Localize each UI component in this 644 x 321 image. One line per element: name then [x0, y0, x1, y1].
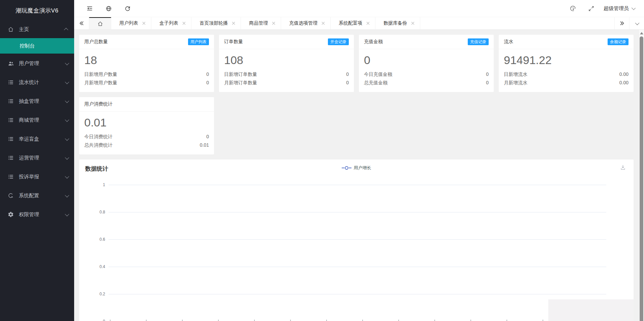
site-home-button[interactable]: [99, 0, 118, 17]
tab-box-list[interactable]: 盒子列表: [151, 17, 191, 29]
collapse-sidebar-button[interactable]: [80, 0, 99, 17]
stat-row-label: 月新增流水: [504, 79, 527, 87]
tab-label: 首页顶部轮播: [200, 20, 228, 26]
card-title: 充值金额: [364, 39, 383, 45]
gear-icon: [7, 211, 14, 218]
sidebar-item-lucky-box[interactable]: 幸运盲盒: [0, 129, 74, 148]
user-menu[interactable]: 超级管理员: [600, 0, 636, 17]
theme-button[interactable]: [564, 0, 582, 17]
card-title: 用户消费统计: [84, 101, 113, 107]
sidebar-item-label: 商城管理: [19, 117, 65, 123]
y-axis-tick: 0.6: [99, 237, 105, 242]
stat-value: 18: [84, 53, 209, 67]
tab-db-backup[interactable]: 数据库备份: [375, 17, 420, 29]
refresh-button[interactable]: [118, 0, 137, 17]
sidebar-item-system-config[interactable]: 系统配置: [0, 186, 74, 205]
chevron-down-icon: [65, 61, 69, 65]
stat-row-label: 今日充值金额: [364, 70, 392, 79]
sidebar-item-console[interactable]: 控制台: [0, 38, 74, 54]
stat-row-value: 0: [486, 79, 489, 87]
stat-row-label: 日新增用户数量: [84, 70, 117, 79]
tab-home[interactable]: [89, 17, 111, 29]
globe-icon: [105, 5, 112, 12]
tab-product-mgmt[interactable]: 商品管理: [241, 17, 281, 29]
card-title: 流水: [504, 39, 513, 45]
tab-label: 数据库备份: [384, 20, 407, 26]
stat-row-label: 日新增流水: [504, 70, 527, 79]
sidebar-item-user-mgmt[interactable]: 用户管理: [0, 54, 74, 73]
home-icon: [7, 26, 14, 33]
close-icon[interactable]: [411, 22, 415, 25]
card-badge-link[interactable]: 余额记录: [608, 38, 628, 45]
stat-value: 0: [364, 53, 489, 67]
save-image-button[interactable]: [620, 164, 626, 171]
stat-row-value: 0: [206, 133, 209, 141]
sidebar-item-box-mgmt[interactable]: 抽盒管理: [0, 92, 74, 111]
close-icon[interactable]: [182, 22, 186, 25]
y-axis-tick: 0.2: [99, 292, 105, 296]
card-title: 用户总数量: [84, 39, 108, 45]
home-icon: [97, 21, 103, 27]
stat-value: 108: [224, 53, 349, 67]
tab-bar-spacer: [420, 17, 614, 29]
chevron-down-icon: [65, 174, 69, 178]
stat-row-value: 0.00: [619, 70, 628, 79]
card-badge-link[interactable]: 开盒记录: [328, 38, 349, 45]
sidebar-item-permissions[interactable]: 权限管理: [0, 205, 74, 224]
users-icon: [7, 60, 14, 67]
card-badge-link[interactable]: 充值记录: [468, 38, 489, 45]
dashboard-content: 用户总数量 用户列表 18 日新增用户数量 0 月新增用户数量 0: [74, 30, 639, 321]
chevron-down-icon: [65, 80, 69, 84]
stat-row-label: 总充值金额: [364, 79, 388, 87]
tab-recharge-options[interactable]: 充值选项管理: [281, 17, 331, 29]
chevron-down-icon: [635, 21, 640, 25]
consumption-card-row: 用户消费统计 0.01 今日消费统计 0 总共消费统计 0.01: [79, 97, 634, 154]
tab-label: 充值选项管理: [289, 20, 317, 26]
vertical-scrollbar[interactable]: [639, 30, 644, 321]
scroll-tabs-right-button[interactable]: [614, 17, 629, 29]
stat-row-value: 0: [346, 70, 349, 79]
sidebar-item-operations[interactable]: 运营管理: [0, 148, 74, 167]
list-icon: [7, 79, 14, 86]
tab-home-carousel[interactable]: 首页顶部轮播: [191, 17, 241, 29]
close-icon[interactable]: [321, 22, 325, 25]
fullscreen-button[interactable]: [582, 0, 600, 17]
sidebar-item-label: 投诉举报: [19, 174, 65, 180]
close-icon[interactable]: [142, 22, 146, 25]
close-icon[interactable]: [232, 22, 235, 25]
config-icon: [7, 192, 14, 199]
scrollbar-thumb[interactable]: [640, 36, 643, 321]
sidebar-item-label: 流水统计: [19, 79, 65, 86]
sidebar-item-mall-mgmt[interactable]: 商城管理: [0, 111, 74, 129]
gridline: [109, 239, 606, 240]
sidebar-item-complaints[interactable]: 投诉举报: [0, 167, 74, 186]
list-icon: [7, 136, 14, 142]
tab-system-config-items[interactable]: 系统配置项: [331, 17, 375, 29]
sidebar-item-label: 幸运盲盒: [19, 136, 65, 142]
app-title: 潮玩魔盒演示V6: [0, 0, 74, 21]
close-icon[interactable]: [272, 22, 275, 25]
tab-user-list[interactable]: 用户列表: [111, 17, 151, 29]
stat-row-value: 0.00: [619, 79, 628, 87]
close-icon[interactable]: [366, 22, 370, 25]
legend-label: 用户增长: [354, 165, 371, 171]
tab-options-button[interactable]: [629, 17, 644, 29]
sidebar-item-home[interactable]: 主页: [0, 21, 74, 38]
scroll-up-arrow-icon[interactable]: [640, 32, 643, 34]
y-axis-tick: 0.8: [99, 210, 105, 214]
chevron-down-icon: [65, 193, 69, 197]
stat-card-turnover: 流水 余额记录 91491.22 日新增流水 0.00 月新增流水 0.00: [499, 35, 634, 92]
sidebar-item-label: 主页: [19, 26, 65, 33]
legend-item-user-growth[interactable]: 用户增长: [342, 165, 371, 171]
stat-row-value: 0: [206, 70, 209, 79]
collapse-icon: [86, 5, 93, 12]
y-axis-tick: 1: [103, 182, 105, 187]
sidebar-item-flow-stats[interactable]: 流水统计: [0, 73, 74, 92]
refresh-icon: [124, 5, 131, 12]
card-badge-link[interactable]: 用户列表: [188, 38, 209, 45]
y-axis-tick: 0: [103, 319, 105, 321]
card-title: 订单数量: [224, 39, 243, 45]
sidebar-item-label: 抽盒管理: [19, 98, 65, 105]
scroll-tabs-left-button[interactable]: [74, 17, 89, 29]
chevron-down-icon: [632, 6, 636, 10]
